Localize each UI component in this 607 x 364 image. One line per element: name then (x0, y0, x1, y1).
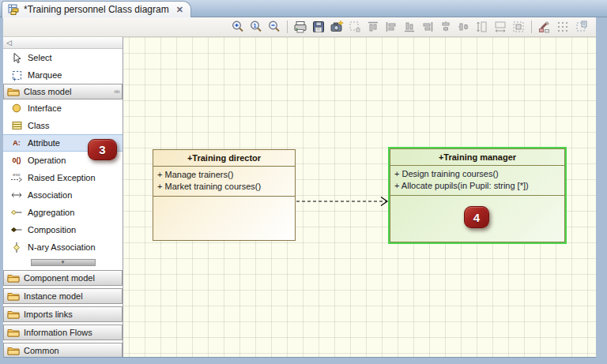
palette-header: ◁ (3, 37, 123, 49)
toolbar-separator (531, 21, 532, 33)
save-icon[interactable] (310, 18, 327, 36)
palette-tool-nary-association[interactable]: N-ary Association (3, 238, 123, 256)
toolbar-separator (287, 21, 288, 33)
operation-item: + Design training courses() (394, 168, 560, 180)
palette-scroll-down-button[interactable]: ▼ (31, 259, 96, 266)
palette-section-label: Component model (24, 273, 95, 283)
marquee-icon (10, 69, 23, 81)
align-top-icon[interactable] (364, 18, 382, 36)
palette-tool-label: Class (28, 121, 50, 130)
palette-tool-label: Aggregation (28, 208, 74, 217)
palette-tool-label: Select (28, 53, 52, 62)
format-painter-icon[interactable] (536, 18, 553, 36)
operation-item: + Manage trainers() (157, 169, 291, 181)
operation-item: + Market training courses() (157, 181, 291, 193)
palette-section-class-model[interactable]: Class model «» (3, 84, 123, 99)
aggregation-icon (10, 206, 23, 219)
interface-icon (10, 102, 23, 114)
folder-icon (7, 291, 20, 301)
diagram-canvas[interactable]: +Training director + Manage trainers() +… (123, 37, 596, 357)
tab-training-personnel-class-diagram[interactable]: *Training personnel Class diagram ✕ (2, 1, 191, 17)
distribute-vertical-icon[interactable] (455, 18, 473, 36)
class-operations: + Manage trainers() + Market training co… (153, 167, 295, 197)
class-title: +Training manager (390, 149, 564, 166)
snap-to-grid-icon[interactable] (572, 18, 590, 36)
palette-collapse-icon[interactable]: ◁ (6, 39, 12, 47)
folder-icon (7, 87, 20, 96)
window-bottom-edge (3, 357, 596, 358)
palette-tool-label: Attribute (28, 138, 60, 148)
nary-association-icon (10, 241, 23, 253)
class-training-director[interactable]: +Training director + Manage trainers() +… (153, 149, 296, 241)
palette-pin-icon[interactable]: «» (114, 88, 119, 96)
palette-tool-label: Raised Exception (28, 173, 96, 182)
palette-tool-label: Association (28, 190, 72, 200)
class-empty-compartment (153, 197, 295, 240)
diagram-toolbar: 1 (3, 17, 596, 37)
palette-section-common[interactable]: Common (3, 343, 123, 357)
match-width-icon[interactable] (492, 18, 509, 36)
palette-section-label: Class model (24, 87, 72, 96)
palette-tool-label: Operation (28, 156, 66, 165)
align-bottom-icon[interactable] (401, 18, 418, 36)
align-left-icon[interactable] (383, 18, 400, 36)
cursor-icon (10, 51, 23, 64)
palette-section-imports-links[interactable]: Imports links (3, 306, 123, 322)
folder-icon (7, 346, 20, 355)
operation-item: + Allocate pupils(in Pupil: string [*]) (394, 180, 560, 192)
folder-icon (7, 328, 20, 337)
distribute-horizontal-icon[interactable] (437, 18, 454, 36)
palette-tool-composition[interactable]: Composition (3, 221, 123, 238)
fit-to-content-icon[interactable] (510, 18, 527, 36)
callout-badge-4: 4 (464, 206, 489, 228)
palette-section-label: Information Flows (24, 328, 92, 337)
palette-section-information-flows[interactable]: Information Flows (3, 325, 123, 340)
editor-tab-bar: *Training personnel Class diagram ✕ (0, 0, 607, 17)
screenshot-camera-icon[interactable] (328, 18, 345, 36)
palette-tool-raised-exception[interactable]: exc Raised Exception (3, 169, 123, 186)
palette-tool-aggregation[interactable]: Aggregation (3, 204, 123, 221)
palette-tool-label: Composition (28, 225, 76, 235)
class-training-manager-selected[interactable]: +Training manager + Design training cour… (388, 147, 567, 244)
palette-tool-select[interactable]: Select (3, 49, 123, 66)
operation-icon: 0() (10, 154, 23, 167)
match-height-icon[interactable] (473, 18, 491, 36)
palette-section-label: Imports links (24, 310, 73, 319)
zoom-original-icon[interactable]: 1 (247, 18, 265, 36)
tab-close-icon[interactable]: ✕ (176, 5, 183, 15)
folder-icon (7, 273, 20, 283)
folder-icon (7, 310, 20, 319)
raised-exception-icon: exc (10, 171, 23, 184)
palette-tool-interface[interactable]: Interface (3, 99, 123, 117)
palette-tool-label: Marquee (28, 70, 62, 80)
palette-tool-label: N-ary Association (28, 242, 96, 252)
palette-tool-label: Interface (28, 103, 62, 113)
palette-section-label: Common (24, 346, 59, 355)
tab-title: *Training personnel Class diagram (24, 4, 169, 15)
diagram-palette: ◁ Select Marquee Class model «» Interfac… (3, 37, 123, 357)
show-grid-icon[interactable] (554, 18, 571, 36)
zoom-out-icon[interactable] (266, 18, 283, 36)
palette-section-instance-model[interactable]: Instance model (3, 288, 123, 304)
selection-mode-icon[interactable] (346, 18, 364, 36)
class-icon (10, 119, 23, 132)
palette-tool-marquee[interactable]: Marquee (3, 66, 123, 84)
chevron-down-icon: ▼ (61, 261, 66, 265)
attribute-icon: A: (10, 137, 23, 149)
class-diagram-icon (7, 3, 20, 16)
palette-section-component-model[interactable]: Component model (3, 270, 123, 286)
align-right-icon[interactable] (419, 18, 436, 36)
palette-section-label: Instance model (24, 291, 83, 301)
class-title: +Training director (153, 150, 295, 167)
print-icon[interactable] (292, 18, 309, 36)
palette-tool-association[interactable]: Association (3, 186, 123, 204)
dependency-link[interactable] (291, 193, 390, 209)
zoom-in-icon[interactable] (229, 18, 247, 36)
composition-icon (10, 223, 23, 236)
palette-tool-class[interactable]: Class (3, 117, 123, 134)
callout-badge-3: 3 (88, 139, 117, 160)
svg-text:1: 1 (254, 23, 257, 28)
class-operations: + Design training courses() + Allocate p… (390, 166, 564, 196)
association-icon (10, 189, 23, 201)
